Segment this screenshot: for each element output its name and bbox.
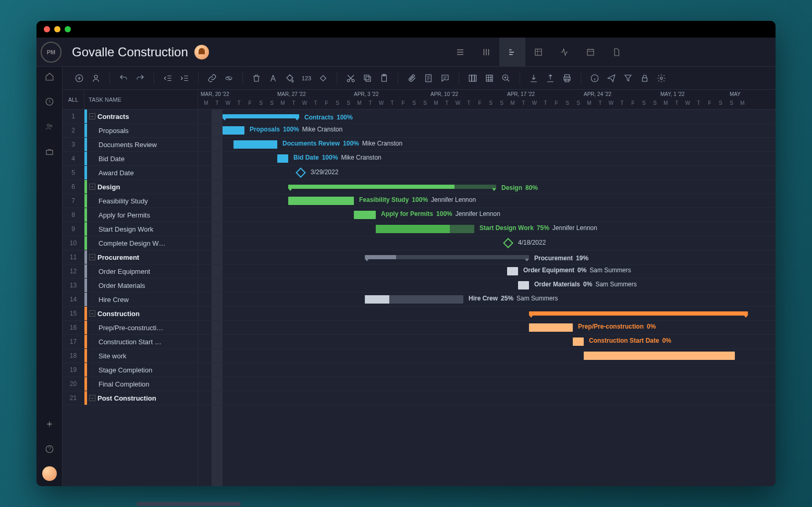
task-bar[interactable]: Construction Start Date0% <box>573 337 584 346</box>
task-row[interactable]: 1−Contracts <box>63 110 198 124</box>
zoom-icon[interactable] <box>499 71 513 86</box>
app-logo[interactable]: PM <box>41 42 61 63</box>
view-list-icon[interactable] <box>447 38 473 67</box>
task-row[interactable]: 15−Construction <box>63 307 198 321</box>
task-bar[interactable]: Order Materials0%Sam Summers <box>518 281 529 289</box>
gantt-body[interactable]: Contracts100%Proposals100%Mike CranstonD… <box>198 110 776 405</box>
task-row[interactable]: 17Construction Start … <box>63 335 198 349</box>
milestone-marker[interactable] <box>296 167 306 178</box>
task-row[interactable]: 10Complete Design W… <box>63 236 198 250</box>
outdent-icon[interactable] <box>161 71 175 86</box>
gantt-row[interactable]: Proposals100%Mike Cranston <box>198 124 776 138</box>
paste-icon[interactable] <box>377 71 391 86</box>
copy-icon[interactable] <box>360 71 375 86</box>
lock-icon[interactable] <box>637 71 652 86</box>
gantt-row[interactable] <box>198 377 776 391</box>
gantt-row[interactable] <box>198 391 776 405</box>
filter-icon[interactable] <box>621 71 635 86</box>
task-row[interactable]: 11−Procurement <box>63 250 198 264</box>
view-activity-icon[interactable] <box>551 38 577 67</box>
add-task-icon[interactable] <box>72 71 87 86</box>
task-row[interactable]: 3Documents Review <box>63 138 198 152</box>
task-bar[interactable]: Feasibility Study100%Jennifer Lennon <box>288 197 354 205</box>
fill-icon[interactable] <box>282 71 297 86</box>
nav-add-icon[interactable] <box>42 416 57 432</box>
text-icon[interactable] <box>266 71 280 86</box>
summary-bar[interactable]: Procurement19% <box>365 255 529 259</box>
view-docs-icon[interactable] <box>604 38 630 67</box>
view-calendar-icon[interactable] <box>577 38 604 67</box>
collapse-icon[interactable]: − <box>89 113 95 119</box>
task-row[interactable]: 7Feasibility Study <box>63 194 198 208</box>
task-bar[interactable] <box>584 352 735 360</box>
task-row[interactable]: 21−Post Construction <box>63 391 198 405</box>
note-icon[interactable] <box>421 71 436 86</box>
print-icon[interactable] <box>560 71 574 86</box>
grid-icon[interactable] <box>482 71 497 86</box>
task-row[interactable]: 16Prep/Pre-constructi… <box>63 321 198 335</box>
gantt-chart[interactable]: MAR, 20 '22MAR, 27 '22APR, 3 '22APR, 10 … <box>198 90 776 486</box>
redo-icon[interactable] <box>133 71 147 86</box>
task-row[interactable]: 6−Design <box>63 180 198 194</box>
milestone-icon[interactable] <box>316 71 330 86</box>
unlink-icon[interactable] <box>222 71 236 86</box>
comment-icon[interactable] <box>438 71 452 86</box>
task-row[interactable]: 8Apply for Permits <box>63 208 198 222</box>
window-min-dot[interactable] <box>54 26 60 32</box>
task-bar[interactable]: Apply for Permits100%Jennifer Lennon <box>354 211 376 219</box>
nav-team-icon[interactable] <box>42 119 57 135</box>
task-row[interactable]: 20Final Completion <box>63 377 198 391</box>
settings-icon[interactable] <box>654 71 669 86</box>
task-bar[interactable]: Order Equipment0%Sam Summers <box>507 267 518 275</box>
gantt-row[interactable]: Prep/Pre-construction0% <box>198 321 776 335</box>
gantt-row[interactable]: Bid Date100%Mike Cranston <box>198 152 776 166</box>
task-bar[interactable]: Start Design Work75%Jennifer Lennon <box>376 225 474 233</box>
gantt-row[interactable]: Construction Start Date0% <box>198 335 776 349</box>
info-icon[interactable] <box>587 71 602 86</box>
gantt-row[interactable]: 3/29/2022 <box>198 166 776 180</box>
task-row[interactable]: 9Start Design Work <box>63 222 198 236</box>
task-bar[interactable]: Proposals100%Mike Cranston <box>223 126 244 135</box>
task-row[interactable]: 12Order Equipment <box>63 264 198 279</box>
window-close-dot[interactable] <box>44 26 50 32</box>
nav-help-icon[interactable] <box>42 441 57 457</box>
collapse-icon[interactable]: − <box>89 395 95 401</box>
summary-bar[interactable] <box>529 311 748 316</box>
nav-home-icon[interactable] <box>42 69 57 84</box>
gantt-row[interactable]: Apply for Permits100%Jennifer Lennon <box>198 208 776 222</box>
export-icon[interactable] <box>543 71 558 86</box>
window-max-dot[interactable] <box>65 26 71 32</box>
task-row[interactable]: 5Award Date <box>63 166 198 180</box>
collapse-icon[interactable]: − <box>89 310 95 317</box>
gantt-row[interactable]: Contracts100% <box>198 110 776 124</box>
nav-history-icon[interactable] <box>42 94 57 110</box>
delete-icon[interactable] <box>249 71 264 86</box>
task-bar[interactable]: Hire Crew25%Sam Summers <box>365 295 463 304</box>
gantt-row[interactable] <box>198 363 776 377</box>
send-icon[interactable] <box>604 71 619 86</box>
gantt-row[interactable]: Feasibility Study100%Jennifer Lennon <box>198 194 776 208</box>
col-all-header[interactable]: ALL <box>63 90 84 109</box>
view-sheet-icon[interactable] <box>525 38 551 67</box>
milestone-marker[interactable] <box>503 238 513 248</box>
gantt-row[interactable]: Hire Crew25%Sam Summers <box>198 293 776 307</box>
summary-bar[interactable]: Contracts100% <box>223 114 299 118</box>
task-row[interactable]: 13Order Materials <box>63 279 198 293</box>
task-row[interactable]: 18Site work <box>63 349 198 363</box>
task-bar[interactable]: Prep/Pre-construction0% <box>529 323 573 332</box>
assign-icon[interactable] <box>89 71 103 86</box>
columns-icon[interactable] <box>465 71 480 86</box>
view-gantt-icon[interactable] <box>499 38 525 67</box>
collapse-icon[interactable]: − <box>89 254 95 260</box>
task-row[interactable]: 2Proposals <box>63 124 198 138</box>
collapse-icon[interactable]: − <box>89 184 95 190</box>
undo-icon[interactable] <box>116 71 131 86</box>
gantt-row[interactable]: Start Design Work75%Jennifer Lennon <box>198 222 776 236</box>
gantt-row[interactable]: Order Equipment0%Sam Summers <box>198 264 776 279</box>
gantt-row[interactable]: 4/18/2022 <box>198 236 776 250</box>
link-icon[interactable] <box>205 71 219 86</box>
task-row[interactable]: 4Bid Date <box>63 152 198 166</box>
gantt-row[interactable]: Documents Review100%Mike Cranston <box>198 138 776 152</box>
cut-icon[interactable] <box>343 71 358 86</box>
import-icon[interactable] <box>526 71 541 86</box>
